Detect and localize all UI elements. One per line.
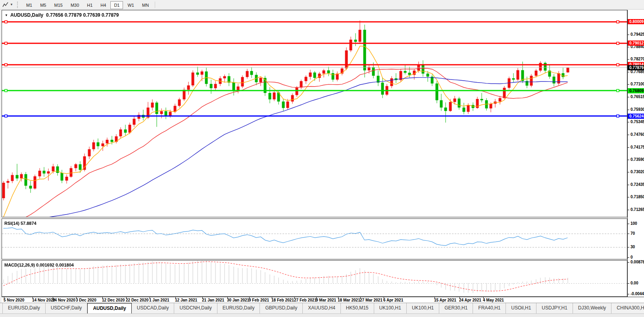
chart-title-dropdown-icon[interactable]: ▼ <box>5 14 8 17</box>
date-label: 1 Jan 2021 <box>149 298 169 302</box>
current-price-tag: 0.77879 <box>628 65 644 70</box>
date-label: 27 Mar 2021 <box>360 298 383 302</box>
price-axis-tick: 0.75930 <box>628 107 644 112</box>
timeframe-button-m30[interactable]: M30 <box>67 1 83 9</box>
trading-terminal: ▼ M1M5M15M30H1H4D1W1MN ▼AUDUSD,Daily 0.7… <box>0 0 644 317</box>
date-label: 5 Nov 2020 <box>4 298 24 302</box>
toolbar-separator <box>155 2 155 8</box>
timeframe-button-m1[interactable]: M1 <box>23 1 36 9</box>
rsi-label: RSI(14) 57.8874 <box>4 221 37 226</box>
price-axis-tick: 0.73590 <box>628 157 644 162</box>
line-chart-tool-icon[interactable] <box>2 1 10 8</box>
date-label: 9 Mar 2021 <box>316 298 336 302</box>
date-label: 30 Jan 2021 <box>227 298 249 302</box>
price-tag-hline-1: 0.79012 <box>628 41 644 46</box>
price-axis-tick: 0.74175 <box>628 145 644 150</box>
timeframe-button-h1[interactable]: H1 <box>83 1 96 9</box>
rsi-canvas[interactable] <box>2 219 627 259</box>
toolbar: ▼ M1M5M15M30H1H4D1W1MN <box>0 0 644 10</box>
price-axis: 0.794250.788400.782700.776850.771000.765… <box>627 10 644 297</box>
timeframe-buttons: M1M5M15M30H1H4D1W1MN <box>22 1 153 8</box>
price-axis-tick: 0.79425 <box>628 32 644 37</box>
timeframe-button-m15[interactable]: M15 <box>50 1 66 9</box>
price-tag-hline-3: 0.76809 <box>628 88 644 93</box>
price-axis-tick: 0.74760 <box>628 132 644 137</box>
price-axis-tick: 0.77100 <box>628 82 644 87</box>
date-label: 21 Jan 2021 <box>202 298 224 302</box>
date-label: 15 Apr 2021 <box>434 298 456 302</box>
chart-title-ohlc: 0.77656 0.77879 0.77639 0.77879 <box>46 12 119 18</box>
timeframe-button-mn[interactable]: MN <box>138 1 152 9</box>
price-axis-tick: 0.75345 <box>628 120 644 124</box>
date-label: 27 Feb 2021 <box>294 298 317 302</box>
timeframe-button-w1[interactable]: W1 <box>124 1 138 9</box>
date-label: 18 Feb 2021 <box>271 298 294 302</box>
price-axis-tick: 0.76515 <box>628 95 644 99</box>
date-axis: 5 Nov 202014 Nov 202024 Nov 20203 Dec 20… <box>2 297 644 303</box>
chart-tab-bar: EURUSD,DailyUSDCHF,DailyAUDUSD,DailyUSDC… <box>0 303 644 313</box>
chart-tab-audusd-daily[interactable]: AUDUSD,Daily <box>87 303 131 313</box>
chart-tab-uk100-h1[interactable]: UK100,H1 <box>407 303 439 313</box>
price-axis-tick: 0.71265 <box>628 207 644 212</box>
chart-tab-usoil-h1[interactable]: USOil,H1 <box>506 303 536 313</box>
macd-label: MACD(12,26,9) 0.001692 0.001804 <box>4 263 74 267</box>
date-label: 4 May 2021 <box>483 298 504 302</box>
price-tag-hline-4: 0.75624 <box>628 114 644 119</box>
price-axis-tick: 0.71850 <box>628 195 644 199</box>
chart-tab-eurusd-daily[interactable]: EURUSD,Daily <box>217 303 260 313</box>
toolbar-drag-handle[interactable] <box>17 2 19 8</box>
chart-tab-gbpusd-daily[interactable]: GBPUSD,Daily <box>260 303 303 313</box>
chart-tab-hk50-m15[interactable]: HK50,M15 <box>341 303 374 313</box>
chart-title: ▼AUDUSD,Daily 0.77656 0.77879 0.77639 0.… <box>5 12 119 18</box>
date-label: 6 Apr 2021 <box>383 298 403 302</box>
price-axis-tick: 0.73020 <box>628 170 644 174</box>
chart-tab-fra40-h1[interactable]: FRA40,H1 <box>473 303 506 313</box>
date-label: 22 Dec 2020 <box>126 298 148 302</box>
macd-canvas[interactable] <box>2 261 627 296</box>
date-label: 9 Feb 2021 <box>249 298 269 302</box>
date-label: 12 Jan 2021 <box>175 298 197 302</box>
bottom-scrollbar-strip[interactable] <box>0 313 644 317</box>
chart-tab-ger30-h1[interactable]: GER30,H1 <box>439 303 473 313</box>
chart-tab-dj30-weekly[interactable]: DJ30,Weekly <box>573 303 611 313</box>
rsi-axis-tick: 70 <box>628 231 644 236</box>
date-label: 12 Dec 2020 <box>102 298 125 302</box>
chart-tab-usdcnh-daily[interactable]: USDCNH,Daily <box>174 303 217 313</box>
price-tag-hline-0: 0.80009 <box>628 19 644 24</box>
macd-axis-tick: -0.004451 <box>628 292 644 296</box>
chart-title-symbol: AUDUSD,Daily <box>10 12 43 18</box>
date-label: 24 Nov 2020 <box>52 298 75 302</box>
date-label: 18 Mar 2021 <box>338 298 360 302</box>
chart-tab-uk100-h1[interactable]: UK100,H1 <box>374 303 407 313</box>
rsi-axis-tick: 30 <box>628 245 644 249</box>
date-label: 24 Apr 2021 <box>459 298 481 302</box>
macd-axis-tick: 0.00 <box>628 281 644 286</box>
rsi-axis-tick: 100 <box>628 221 644 226</box>
price-axis-tick: 0.72435 <box>628 182 644 187</box>
date-label: 14 Nov 2020 <box>32 298 55 302</box>
date-label: 3 Dec 2020 <box>76 298 96 302</box>
chart-tab-eurusd-daily[interactable]: EURUSD,Daily <box>2 303 46 313</box>
price-axis-tick: 0.78270 <box>628 57 644 62</box>
chart-tab-usdchf-daily[interactable]: USDCHF,Daily <box>46 303 88 313</box>
chart-tab-china300-h1[interactable]: CHINA300,H1 <box>611 303 644 313</box>
rsi-axis-tick: 0 <box>628 255 644 260</box>
timeframe-button-h4[interactable]: H4 <box>97 1 110 9</box>
chart-tab-xauusd-h4[interactable]: XAUUSD,H4 <box>303 303 341 313</box>
main-chart-canvas[interactable] <box>2 10 627 217</box>
chevron-down-icon[interactable]: ▼ <box>10 3 13 6</box>
chart-tab-usdjpy-h1[interactable]: USDJPY,H1 <box>536 303 573 313</box>
timeframe-button-m5[interactable]: M5 <box>37 1 50 9</box>
timeframe-button-d1[interactable]: D1 <box>110 1 123 9</box>
chart-tab-usdcad-daily[interactable]: USDCAD,Daily <box>132 303 175 313</box>
macd-axis-tick: 0.008782 <box>628 260 644 265</box>
